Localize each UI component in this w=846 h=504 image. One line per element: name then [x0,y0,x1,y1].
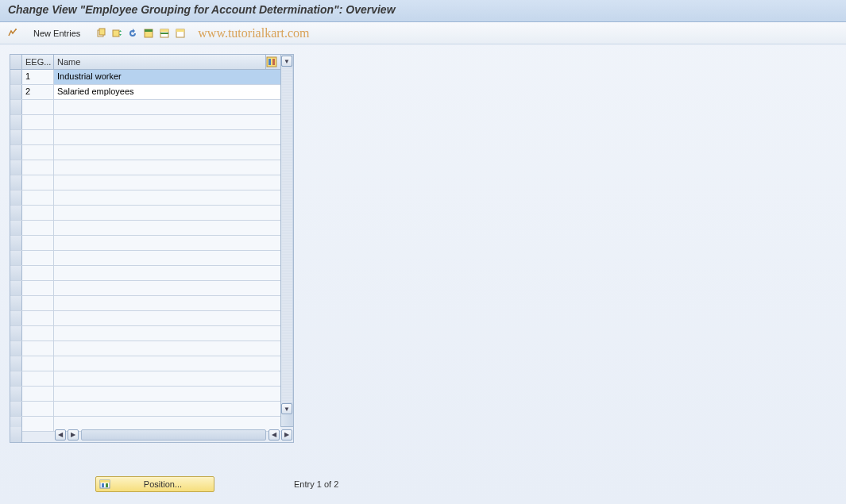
cell-eeg[interactable] [22,221,54,235]
cell-eeg[interactable] [22,160,54,175]
cell-name[interactable] [54,115,280,129]
cell-eeg[interactable] [22,296,54,310]
cell-name[interactable] [54,221,280,235]
row-selector[interactable] [10,371,22,386]
deselect-all-icon[interactable] [174,27,187,40]
table-row[interactable] [10,130,280,145]
cell-eeg[interactable] [22,145,54,160]
table-row[interactable] [10,145,280,160]
undo-icon[interactable] [126,27,139,40]
cell-eeg[interactable]: 1 [22,70,54,84]
cell-eeg[interactable] [22,417,54,431]
select-block-icon[interactable] [158,27,171,40]
cell-name[interactable] [54,251,280,265]
row-selector[interactable] [10,251,22,265]
cell-eeg[interactable] [22,100,54,114]
table-row[interactable] [10,281,280,296]
cell-eeg[interactable] [22,311,54,325]
row-selector[interactable] [10,296,22,310]
table-row[interactable] [10,251,280,266]
cell-name[interactable] [54,371,280,386]
row-selector[interactable] [10,175,22,190]
table-config-button[interactable] [266,55,280,69]
cell-eeg[interactable] [22,190,54,205]
row-selector-header[interactable] [10,55,22,69]
hscroll-right-button[interactable]: ◀ [268,429,280,441]
cell-name[interactable] [54,296,280,310]
row-selector[interactable] [10,311,22,325]
cell-name[interactable] [54,326,280,340]
table-row[interactable] [10,221,280,236]
table-row[interactable] [10,236,280,251]
hscroll-left-button[interactable]: ◀ [55,429,66,441]
table-row[interactable] [10,175,280,190]
cell-eeg[interactable] [22,266,54,280]
row-selector[interactable] [10,221,22,235]
cell-name[interactable] [54,236,280,250]
cell-name[interactable] [54,281,280,295]
copy-icon[interactable] [95,27,107,40]
row-selector[interactable] [10,341,22,356]
table-row[interactable] [10,206,280,221]
table-row[interactable] [10,296,280,311]
cell-eeg[interactable] [22,175,54,190]
cell-eeg[interactable] [22,236,54,250]
cell-name[interactable] [54,130,280,144]
row-selector[interactable] [10,356,22,371]
position-button[interactable]: Position... [95,476,214,492]
cell-eeg[interactable] [22,371,54,386]
cell-name[interactable]: Salaried employees [54,85,280,99]
cell-name[interactable] [54,266,280,280]
table-row[interactable] [10,160,280,175]
cell-name[interactable] [54,160,280,175]
new-entries-button[interactable]: New Entries [33,29,80,38]
row-selector[interactable] [10,206,22,220]
hscroll-right2-button[interactable]: ▶ [281,429,292,441]
scroll-bottom-button[interactable]: ▼ [281,56,292,67]
table-row[interactable] [10,341,280,356]
cell-eeg[interactable] [22,206,54,220]
cell-name[interactable]: Industrial worker [54,70,280,84]
vertical-scrollbar[interactable]: ▲ ▼ ▼ [280,55,293,426]
table-row[interactable] [10,266,280,281]
table-row[interactable] [10,326,280,341]
cell-name[interactable] [54,145,280,160]
row-selector[interactable] [10,281,22,295]
cell-eeg[interactable] [22,281,54,295]
cell-eeg[interactable] [22,387,54,401]
row-selector[interactable] [10,236,22,250]
row-selector[interactable] [10,145,22,160]
cell-eeg[interactable] [22,326,54,340]
table-row[interactable] [10,387,280,402]
cell-eeg[interactable] [22,130,54,144]
select-all-icon[interactable] [142,27,155,40]
table-row[interactable] [10,190,280,206]
table-row[interactable] [10,371,280,387]
cell-name[interactable] [54,356,280,371]
cell-name[interactable] [54,190,280,205]
row-selector[interactable] [10,115,22,129]
cell-eeg[interactable]: 2 [22,85,54,99]
column-header-eeg[interactable]: EEG... [22,55,54,69]
row-selector[interactable] [10,160,22,175]
cell-name[interactable] [54,206,280,220]
table-row[interactable]: 2Salaried employees [10,85,280,100]
table-row[interactable]: 1Industrial worker [10,70,280,85]
column-header-name[interactable]: Name [54,55,266,69]
table-row[interactable] [10,100,280,115]
row-selector[interactable] [10,70,22,84]
row-selector[interactable] [10,387,22,401]
row-selector[interactable] [10,266,22,280]
cell-name[interactable] [54,311,280,325]
scroll-track[interactable] [282,67,292,402]
cell-eeg[interactable] [22,341,54,356]
toggle-icon[interactable] [6,27,19,40]
cell-name[interactable] [54,341,280,356]
table-row[interactable] [10,356,280,371]
cell-name[interactable] [54,100,280,114]
hscroll-left2-button[interactable]: ▶ [68,429,79,441]
hscroll-track[interactable] [81,429,266,441]
cell-eeg[interactable] [22,115,54,129]
row-selector[interactable] [10,130,22,144]
cell-name[interactable] [54,402,280,416]
